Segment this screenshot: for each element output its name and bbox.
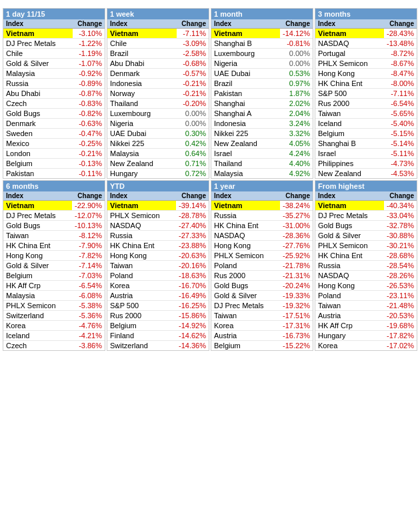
index-name: Vietnam bbox=[211, 201, 280, 210]
table-row: Chile-3.09% bbox=[107, 39, 209, 49]
col-change-label: Change bbox=[281, 19, 313, 28]
panel-ytd: YTDIndexChangeVietnam-39.14%PHLX Semicon… bbox=[107, 180, 209, 351]
panel-header-1year: 1 year bbox=[211, 181, 313, 191]
table-row: Korea-17.31% bbox=[211, 321, 313, 331]
index-change: -31.00% bbox=[280, 221, 313, 230]
table-row: S&P 500-16.25% bbox=[107, 301, 209, 311]
index-change: -0.25% bbox=[73, 139, 105, 148]
index-change: -8.47% bbox=[385, 69, 417, 78]
index-change: -5.14% bbox=[385, 139, 417, 148]
table-row: Poland-18.63% bbox=[107, 271, 209, 281]
index-name: Czech bbox=[3, 99, 73, 108]
index-name: Korea bbox=[3, 321, 73, 330]
index-change: -40.34% bbox=[384, 201, 417, 210]
index-change: -16.25% bbox=[176, 301, 209, 310]
table-row: Finland-14.62% bbox=[107, 331, 209, 341]
index-change: -21.78% bbox=[280, 261, 313, 270]
index-name: DJ Prec Metals bbox=[3, 39, 73, 48]
page-title bbox=[0, 0, 420, 7]
index-change: -6.08% bbox=[73, 291, 105, 300]
table-row: HK China Ent-28.68% bbox=[315, 251, 417, 261]
table-row: Taiwan-5.65% bbox=[315, 109, 417, 119]
table-row: Philippines-4.73% bbox=[315, 159, 417, 169]
index-change: -4.76% bbox=[73, 321, 105, 330]
col-index-label: Index bbox=[315, 19, 385, 28]
index-change: -15.86% bbox=[176, 311, 209, 320]
index-name: Rus 2000 bbox=[315, 99, 385, 108]
index-change: -17.51% bbox=[280, 311, 313, 320]
index-name: Denmark bbox=[107, 69, 177, 78]
index-change: -5.36% bbox=[73, 311, 105, 320]
index-change: -14.12% bbox=[280, 29, 313, 38]
index-change: 0.00% bbox=[177, 109, 209, 118]
index-change: -28.43% bbox=[384, 29, 417, 38]
index-change: -35.27% bbox=[280, 211, 313, 220]
index-change: -20.24% bbox=[280, 281, 313, 290]
index-name: UAE Dubai bbox=[211, 69, 281, 78]
index-change: -16.49% bbox=[176, 291, 209, 300]
table-row: Hong Kong-7.82% bbox=[3, 251, 105, 261]
index-name: Luxembourg bbox=[107, 109, 177, 118]
index-change: -20.63% bbox=[176, 251, 209, 260]
index-name: Israel bbox=[211, 149, 281, 158]
table-row: Hong Kong-8.47% bbox=[315, 69, 417, 79]
index-change: -6.54% bbox=[73, 281, 105, 290]
col-headers-6months: IndexChange bbox=[3, 191, 105, 201]
table-row: Gold & Silver-30.88% bbox=[315, 231, 417, 241]
index-name: PHLX Semicon bbox=[211, 251, 280, 260]
index-name: Belgium bbox=[107, 321, 176, 330]
table-row: NASDAQ-28.36% bbox=[211, 231, 313, 241]
index-name: Iceland bbox=[315, 119, 385, 128]
col-index-label: Index bbox=[3, 19, 73, 28]
table-row: Pakistan1.87% bbox=[211, 89, 313, 99]
table-row: Nikkei 2253.32% bbox=[211, 129, 313, 139]
index-change: 2.02% bbox=[281, 99, 313, 108]
table-row: Mexico-0.25% bbox=[3, 139, 105, 149]
index-change: -30.21% bbox=[384, 241, 417, 250]
index-name: Israel bbox=[315, 149, 385, 158]
table-row: Vietnam-22.90% bbox=[3, 201, 105, 211]
index-change: -7.11% bbox=[177, 29, 209, 38]
index-name: PHLX Semicon bbox=[315, 59, 385, 68]
table-row: Hong Kong-27.76% bbox=[211, 241, 313, 251]
panel-1week: 1 weekIndexChangeVietnam-7.11%Chile-3.09… bbox=[107, 8, 209, 179]
index-name: Thailand bbox=[107, 99, 177, 108]
col-change-label: Change bbox=[177, 191, 209, 200]
col-change-label: Change bbox=[177, 19, 209, 28]
table-row: Belgium-15.22% bbox=[211, 341, 313, 350]
index-name: DJ Prec Metals bbox=[3, 211, 72, 220]
index-name: Vietnam bbox=[3, 201, 72, 210]
col-headers-3months: IndexChange bbox=[315, 19, 417, 29]
index-name: London bbox=[3, 149, 73, 158]
index-change: -14.62% bbox=[176, 331, 209, 340]
index-change: -14.36% bbox=[176, 341, 209, 350]
panel-6months: 6 monthsIndexChangeVietnam-22.90%DJ Prec… bbox=[3, 180, 105, 351]
index-change: 0.42% bbox=[177, 139, 209, 148]
index-name: Gold & Silver bbox=[211, 291, 280, 300]
table-row: Korea-4.76% bbox=[3, 321, 105, 331]
index-change: -0.92% bbox=[73, 69, 105, 78]
index-name: Vietnam bbox=[211, 29, 280, 38]
table-row: Thailand4.40% bbox=[211, 159, 313, 169]
index-change: 4.24% bbox=[281, 149, 313, 158]
index-change: -6.54% bbox=[385, 99, 417, 108]
table-row: Vietnam-28.43% bbox=[315, 29, 417, 39]
index-change: -7.14% bbox=[73, 261, 105, 270]
index-change: 0.71% bbox=[177, 159, 209, 168]
col-change-label: Change bbox=[385, 191, 417, 200]
index-change: -0.47% bbox=[73, 129, 105, 138]
index-name: Sweden bbox=[3, 129, 73, 138]
index-name: UAE Dubai bbox=[107, 129, 177, 138]
col-change-label: Change bbox=[281, 191, 313, 200]
index-change: -7.11% bbox=[385, 89, 417, 98]
table-row: Poland-23.11% bbox=[315, 291, 417, 301]
index-name: NASDAQ bbox=[315, 39, 384, 48]
index-name: Gold Bugs bbox=[3, 109, 73, 118]
index-name: Portugal bbox=[315, 49, 385, 58]
index-change: 0.97% bbox=[281, 79, 313, 88]
index-name: Shanghai bbox=[211, 99, 281, 108]
table-row: Shanghai B-5.14% bbox=[315, 139, 417, 149]
table-row: Belgium-14.92% bbox=[107, 321, 209, 331]
index-change: -4.53% bbox=[385, 169, 417, 178]
index-change: -8.12% bbox=[73, 231, 105, 240]
